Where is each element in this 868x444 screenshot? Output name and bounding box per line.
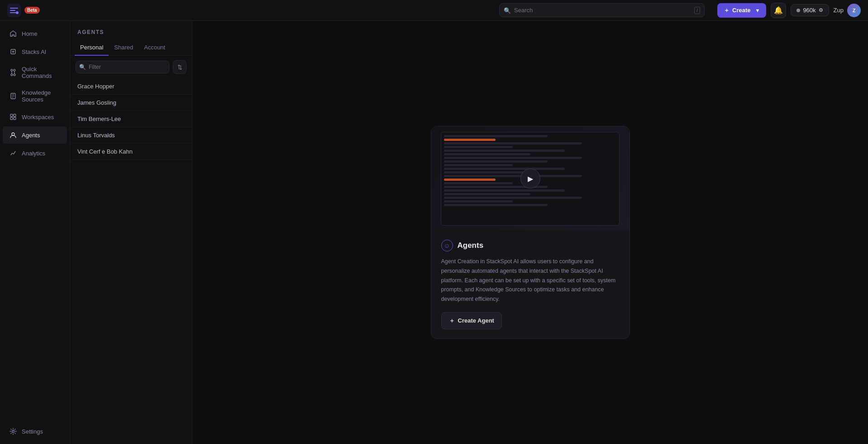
search-input[interactable] — [499, 3, 705, 17]
bell-icon: 🔔 — [774, 6, 783, 14]
sidebar-item-analytics[interactable]: Analytics — [3, 145, 67, 162]
sort-icon: ⇅ — [177, 64, 182, 71]
agents-tabs: Personal Shared Account — [70, 40, 192, 56]
credits-badge[interactable]: 960k ⚙ — [791, 4, 829, 16]
stackspot-logo — [7, 4, 21, 17]
sidebar-item-quick-commands[interactable]: Quick Commands — [3, 61, 67, 84]
create-button[interactable]: ＋ Create ▼ — [717, 3, 766, 18]
create-label: Create — [732, 7, 750, 14]
sidebar-item-workspaces[interactable]: Workspaces — [3, 108, 67, 125]
list-item[interactable]: Linus Torvalds — [70, 127, 192, 144]
plus-icon: ＋ — [724, 6, 730, 14]
username-label: Zup — [834, 7, 844, 14]
create-agent-label: Create Agent — [458, 317, 494, 324]
info-card-title: Agents — [458, 241, 484, 250]
agents-panel-title: AGENTS — [77, 29, 185, 35]
svg-point-1 — [16, 11, 19, 14]
analytics-icon — [9, 149, 17, 157]
sidebar-item-label-analytics: Analytics — [22, 150, 45, 157]
info-card: ▶ ☺ Agents Agent Creation in StackSpot A… — [431, 126, 630, 338]
svg-rect-4 — [10, 114, 13, 116]
topbar: Beta 🔍 / ＋ Create ▼ 🔔 960k ⚙ Zup Z — [0, 0, 868, 21]
tab-account[interactable]: Account — [138, 40, 171, 56]
info-card-description: Agent Creation in StackSpot AI allows us… — [441, 257, 620, 304]
sidebar-item-label-home: Home — [22, 30, 38, 37]
user-area[interactable]: Zup Z — [834, 4, 861, 17]
sidebar-item-label-agents: Agents — [22, 132, 40, 139]
play-button[interactable]: ▶ — [520, 169, 540, 188]
avatar: Z — [847, 4, 861, 17]
svg-rect-5 — [14, 114, 16, 116]
tab-shared[interactable]: Shared — [109, 40, 138, 56]
agent-icon — [9, 131, 17, 139]
logo-area: Beta — [7, 4, 40, 17]
sidebar-item-settings[interactable]: Settings — [3, 423, 67, 440]
beta-badge: Beta — [24, 7, 40, 14]
content-area: AGENTS Personal Shared Account 🔍 ⇅ Grace… — [70, 21, 868, 444]
credits-value: 960k — [803, 7, 816, 14]
info-card-heading: ☺ Agents — [441, 240, 620, 251]
info-card-body: ☺ Agents Agent Creation in StackSpot AI … — [431, 231, 630, 338]
sidebar-item-agents[interactable]: Agents — [3, 126, 67, 144]
filter-search-icon: 🔍 — [79, 64, 86, 70]
workspace-icon — [9, 113, 17, 121]
credits-settings-icon: ⚙ — [819, 7, 823, 13]
sidebar-bottom: Settings — [0, 422, 70, 440]
main-content: ▶ ☺ Agents Agent Creation in StackSpot A… — [192, 21, 868, 444]
command-icon — [9, 68, 17, 77]
book-icon — [9, 92, 17, 100]
search-bar: 🔍 / — [499, 3, 705, 17]
topbar-right: ＋ Create ▼ 🔔 960k ⚙ Zup Z — [717, 3, 861, 18]
sidebar: Home Stacks AI Quick Commands Knowledge … — [0, 21, 70, 444]
sidebar-item-label-quick-commands: Quick Commands — [22, 66, 61, 79]
home-icon — [9, 29, 17, 38]
list-item[interactable]: Vint Cerf e Bob Kahn — [70, 144, 192, 160]
search-icon: 🔍 — [504, 7, 511, 14]
agent-filter-input[interactable] — [76, 61, 169, 73]
ai-icon — [9, 48, 17, 56]
plus-icon: ＋ — [449, 317, 455, 325]
search-shortcut: / — [694, 7, 700, 14]
svg-point-8 — [12, 133, 14, 135]
list-item[interactable]: Tim Berners-Lee — [70, 111, 192, 127]
svg-rect-6 — [10, 117, 13, 120]
main-layout: Home Stacks AI Quick Commands Knowledge … — [0, 21, 868, 444]
agents-filter-row: 🔍 ⇅ — [70, 56, 192, 78]
svg-rect-7 — [14, 117, 16, 120]
credits-dot-icon — [796, 9, 800, 12]
agents-list: Grace Hopper James Gosling Tim Berners-L… — [70, 78, 192, 444]
sidebar-item-knowledge-sources[interactable]: Knowledge Sources — [3, 85, 67, 107]
play-icon: ▶ — [528, 174, 533, 183]
create-agent-button[interactable]: ＋ Create Agent — [441, 312, 502, 329]
svg-point-9 — [12, 430, 14, 433]
agents-panel: AGENTS Personal Shared Account 🔍 ⇅ Grace… — [70, 21, 192, 444]
list-item[interactable]: Grace Hopper — [70, 78, 192, 95]
filter-input-wrap: 🔍 — [76, 61, 169, 73]
sidebar-item-label-knowledge-sources: Knowledge Sources — [22, 89, 61, 103]
info-card-preview: ▶ — [431, 126, 630, 231]
smiley-icon: ☺ — [441, 240, 453, 251]
sidebar-item-stacks-ai[interactable]: Stacks AI — [3, 43, 67, 60]
sidebar-item-label-settings: Settings — [22, 428, 43, 435]
settings-icon — [9, 427, 17, 435]
notifications-button[interactable]: 🔔 — [771, 3, 786, 18]
create-dropdown-icon: ▼ — [755, 8, 760, 13]
sidebar-item-label-workspaces: Workspaces — [22, 114, 54, 121]
sidebar-item-label-stacks-ai: Stacks AI — [22, 48, 46, 55]
agents-panel-header: AGENTS — [70, 21, 192, 40]
tab-personal[interactable]: Personal — [75, 40, 109, 56]
filter-sort-button[interactable]: ⇅ — [173, 60, 186, 74]
sidebar-item-home[interactable]: Home — [3, 25, 67, 42]
preview-screenshot: ▶ — [431, 126, 630, 231]
list-item[interactable]: James Gosling — [70, 95, 192, 111]
